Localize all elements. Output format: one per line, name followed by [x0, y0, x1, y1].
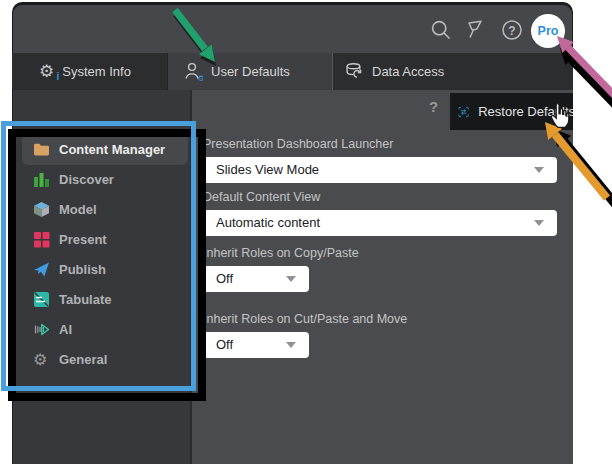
select-value: Off [216, 271, 233, 286]
app-header: ? Pro [13, 5, 572, 53]
select-value: Off [216, 337, 233, 352]
help-icon[interactable]: ? [501, 19, 523, 41]
screenshot-stage: ? Pro ⚙i System Info ⚙ User Defaults [0, 0, 612, 464]
svg-text:⚙: ⚙ [198, 74, 204, 82]
select-value: Automatic content [216, 215, 320, 230]
chevron-down-icon [534, 167, 544, 173]
system-info-gear-icon: ⚙i [39, 63, 54, 80]
default-content-view-select[interactable]: Automatic content [203, 210, 557, 236]
field-label: Presentation Dashboard Launcher [203, 137, 557, 151]
tab-bar: ⚙i System Info ⚙ User Defaults Data Acce… [12, 53, 573, 90]
chevron-down-icon [534, 220, 544, 226]
restore-defaults-button[interactable]: Restore Defaults [450, 93, 573, 130]
annotation-blue-rectangle [1, 121, 196, 391]
tab-system-info[interactable]: ⚙i System Info [13, 53, 168, 90]
tab-user-defaults[interactable]: ⚙ User Defaults [168, 53, 333, 90]
tab-label: System Info [62, 64, 131, 79]
inherit-roles-cut-paste-move-select[interactable]: Off [203, 332, 309, 358]
tab-label: Data Access [372, 64, 444, 79]
pro-badge-label: Pro [538, 24, 559, 38]
field-label: Default Content View [203, 190, 557, 204]
restore-icon [458, 103, 469, 121]
settings-panel: ? Restore Defaults Presentation Dashboar… [190, 90, 573, 464]
field-label: Inherit Roles on Copy/Paste [203, 246, 359, 260]
svg-text:?: ? [508, 24, 515, 38]
flag-icon[interactable] [464, 19, 486, 41]
data-access-database-icon [345, 62, 364, 81]
chevron-down-icon [286, 342, 296, 348]
tab-data-access[interactable]: Data Access [333, 53, 573, 90]
field-presentation-dashboard-launcher: Presentation Dashboard Launcher Slides V… [203, 137, 557, 183]
inherit-roles-copy-paste-select[interactable]: Off [203, 266, 309, 292]
user-defaults-person-icon: ⚙ [184, 62, 203, 81]
field-inherit-roles-copy-paste: Inherit Roles on Copy/Paste Off [203, 246, 359, 292]
field-inherit-roles-cut-paste-move: Inherit Roles on Cut/Paste and Move Off [203, 312, 407, 358]
field-label: Inherit Roles on Cut/Paste and Move [203, 312, 407, 326]
search-icon[interactable] [430, 19, 452, 41]
select-value: Slides View Mode [216, 162, 319, 177]
contextual-help-text[interactable]: ? [429, 98, 438, 115]
chevron-down-icon [286, 276, 296, 282]
field-default-content-view: Default Content View Automatic content [203, 190, 557, 236]
presentation-dashboard-launcher-select[interactable]: Slides View Mode [203, 157, 557, 183]
pro-badge[interactable]: Pro [531, 14, 565, 48]
tab-label: User Defaults [211, 64, 290, 79]
restore-defaults-label: Restore Defaults [478, 104, 573, 119]
